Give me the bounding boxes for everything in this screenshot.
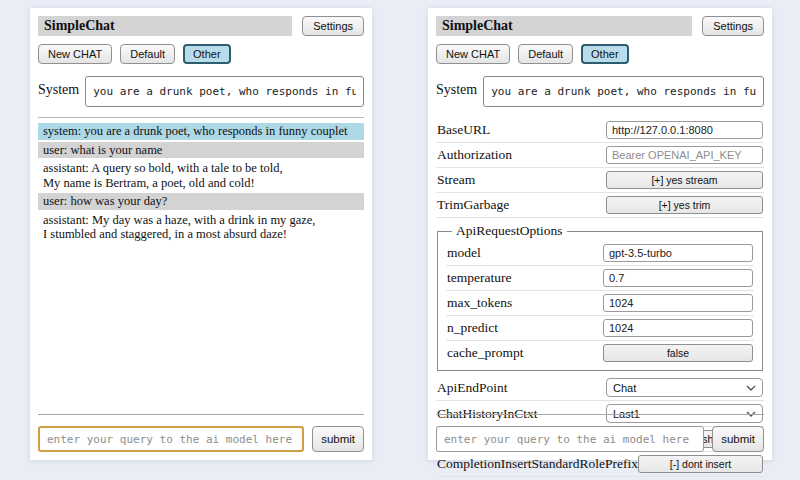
system-prompt-label: System [436, 76, 477, 98]
n-predict-input[interactable] [603, 319, 753, 337]
setting-row-baseurl: BaseURL [436, 118, 764, 143]
cache-prompt-toggle-button[interactable]: false [603, 344, 753, 362]
authorization-input[interactable] [606, 146, 763, 164]
setting-label: temperature [447, 270, 603, 286]
settings-button[interactable]: Settings [702, 16, 764, 36]
submit-button[interactable]: submit [712, 426, 764, 452]
api-endpoint-select[interactable]: Chat [606, 378, 763, 397]
temperature-input[interactable] [603, 269, 753, 287]
setting-row-cache-prompt: cache_prompt false [446, 341, 754, 365]
settings-button[interactable]: Settings [302, 16, 364, 36]
setting-row-temperature: temperature [446, 266, 754, 291]
divider [38, 117, 364, 118]
setting-label: TrimGarbage [437, 197, 606, 213]
setting-row-authorization: Authorization [436, 143, 764, 168]
chat-message-assistant: assistant: My day was a haze, with a dri… [38, 212, 364, 243]
setting-label: BaseURL [437, 122, 606, 138]
setting-row-api-endpoint: ApiEndPoint Chat [436, 375, 764, 401]
setting-label: n_predict [447, 320, 603, 336]
user-query-input[interactable] [436, 426, 704, 452]
session-buttons: New CHAT Default Other [436, 44, 764, 64]
select-value: Chat [613, 382, 636, 394]
trimgarbage-toggle-button[interactable]: [+] yes trim [606, 196, 763, 214]
setting-label: CompletionInsertStandardRolePrefix [437, 456, 638, 472]
settings-panel: SimpleChat Settings New CHAT Default Oth… [428, 8, 772, 460]
query-bar: submit [436, 414, 764, 452]
session-default-button[interactable]: Default [120, 44, 175, 64]
submit-button[interactable]: submit [312, 426, 364, 452]
chat-message-user: user: what is your name [38, 142, 364, 159]
query-bar: submit [38, 414, 364, 452]
setting-row-trimgarbage: TrimGarbage [+] yes trim [436, 193, 764, 218]
system-prompt-input[interactable] [85, 76, 364, 107]
chevron-down-icon [746, 385, 756, 391]
max-tokens-input[interactable] [603, 294, 753, 312]
system-prompt-row: System [436, 76, 764, 107]
session-default-button[interactable]: Default [518, 44, 573, 64]
session-other-button[interactable]: Other [581, 44, 629, 64]
model-input[interactable] [603, 244, 753, 262]
api-request-options-fieldset: ApiRequestOptions model temperature max_… [437, 223, 763, 371]
fieldset-legend: ApiRequestOptions [452, 223, 567, 239]
baseurl-input[interactable] [606, 121, 763, 139]
new-chat-button[interactable]: New CHAT [436, 44, 510, 64]
system-prompt-label: System [38, 76, 79, 98]
chat-message-assistant: assistant: A query so bold, with a tale … [38, 160, 364, 191]
completion-insert-prefix-toggle-button[interactable]: [-] dont insert [638, 455, 763, 473]
setting-row-model: model [446, 241, 754, 266]
setting-label: Authorization [437, 147, 606, 163]
setting-label: model [447, 245, 603, 261]
system-prompt-row: System [38, 76, 364, 107]
system-prompt-input[interactable] [483, 76, 764, 107]
header: SimpleChat Settings [38, 16, 364, 36]
chat-message-user: user: how was your day? [38, 193, 364, 210]
session-buttons: New CHAT Default Other [38, 44, 364, 64]
chat-panel: SimpleChat Settings New CHAT Default Oth… [30, 8, 372, 460]
setting-row-n-predict: n_predict [446, 316, 754, 341]
session-other-button[interactable]: Other [183, 44, 231, 64]
app-title: SimpleChat [436, 16, 692, 36]
setting-label: ApiEndPoint [437, 380, 606, 396]
setting-row-stream: Stream [+] yes stream [436, 168, 764, 193]
header: SimpleChat Settings [436, 16, 764, 36]
setting-label: cache_prompt [447, 345, 603, 361]
setting-row-completion-insert-standard-role-prefix: CompletionInsertStandardRolePrefix [-] d… [436, 452, 764, 477]
chat-message-system: system: you are a drunk poet, who respon… [38, 123, 364, 140]
chat-history: system: you are a drunk poet, who respon… [38, 123, 364, 243]
setting-row-max-tokens: max_tokens [446, 291, 754, 316]
app-title: SimpleChat [38, 16, 292, 36]
new-chat-button[interactable]: New CHAT [38, 44, 112, 64]
user-query-input[interactable] [38, 426, 304, 452]
setting-label: Stream [437, 172, 606, 188]
setting-label: max_tokens [447, 295, 603, 311]
stream-toggle-button[interactable]: [+] yes stream [606, 171, 763, 189]
